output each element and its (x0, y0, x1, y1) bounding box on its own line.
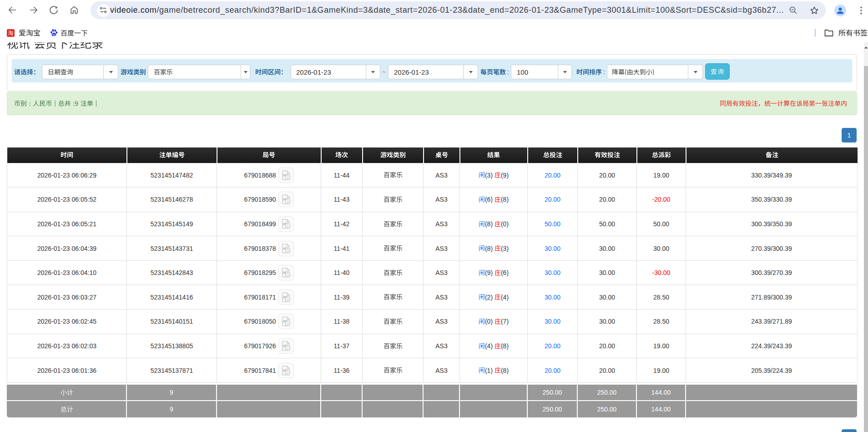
svg-text:du: du (52, 33, 56, 36)
